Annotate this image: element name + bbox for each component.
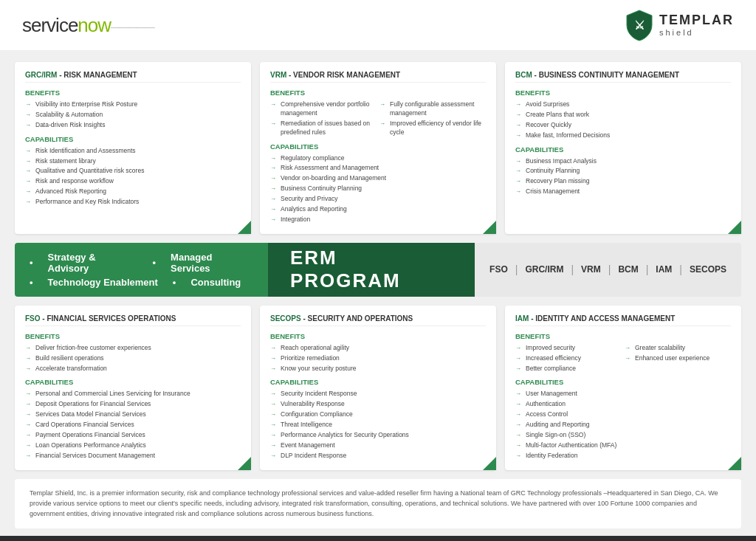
list-item: Avoid Surprises (515, 100, 731, 110)
vrm-benefits-label: BENEFITS (270, 89, 486, 97)
shield-icon: ⚔ (625, 9, 653, 41)
secops-title-rest: - SECURITY AND OPERATIONS (303, 314, 413, 323)
bullet-icon: • (173, 277, 176, 288)
grc-title-rest: - RISK MANAGEMENT (59, 71, 137, 79)
bullet-icon: • (30, 277, 33, 288)
list-item: Recover Quickly (515, 120, 731, 131)
banner-item-consulting: Consulting (190, 277, 241, 288)
fso-title-rest: - FINANCIAL SERVICES OPERATIONS (42, 314, 176, 323)
secops-title: SECOPS - SECURITY AND OPERATIONS (270, 314, 486, 326)
secops-benefits-label: BENEFITS (270, 332, 486, 340)
list-item: Services Data Model Financial Services (25, 410, 241, 420)
list-item: Accelerate transformation (25, 364, 241, 374)
list-item: Qualitative and Quantitative risk scores (25, 166, 241, 176)
divider: | (608, 263, 611, 275)
description-text: Templar Shield, Inc. is a premier inform… (15, 479, 741, 528)
secops-benefits-list: Reach operational agility Prioritize rem… (270, 343, 486, 374)
list-item: Know your security posture (270, 364, 486, 374)
vrm-highlight: VRM (270, 71, 286, 79)
grc-benefits-list: Visibility into Enterprise Risk Posture … (25, 100, 241, 131)
banner-right: FSO | GRC/IRM | VRM | BCM | IAM | SECOPS (475, 243, 741, 297)
list-item: Create Plans that work (515, 110, 731, 120)
list-item: Auditing and Reporting (515, 420, 731, 430)
list-item: Scalability & Automation (25, 110, 241, 120)
list-item: Payment Operations Financial Services (25, 430, 241, 441)
iam-title: IAM - IDENTITY AND ACCESS MANAGEMENT (515, 314, 731, 326)
templar-brand: TEMPLAR shield (659, 13, 734, 38)
iam-highlight: IAM (515, 314, 529, 323)
list-item: Authentication (515, 399, 731, 410)
list-item: Better compliance (515, 364, 622, 374)
list-item: Event Management (270, 441, 486, 451)
list-item: Make fast, Informed Decisions (515, 131, 731, 141)
banner-row-1: • Strategy & Advisory • Managed Services (30, 252, 253, 274)
list-item: Business Impact Analysis (515, 156, 731, 167)
banner-right-iam: IAM (656, 264, 672, 275)
iam-card: IAM - IDENTITY AND ACCESS MANAGEMENT BEN… (505, 306, 741, 470)
vrm-title-rest: - VENDOR RISK MANAGEMENT (289, 71, 400, 79)
list-item: Threat Intelligence (270, 420, 486, 430)
list-item: Fully configurable assessment management (379, 100, 486, 119)
iam-title-rest: - IDENTITY AND ACCESS MANAGEMENT (531, 314, 675, 323)
top-cards: GRC/IRM - RISK MANAGEMENT BENEFITS Visib… (15, 62, 741, 234)
list-item: Regulatory compliance (270, 154, 486, 164)
bcm-title-rest: - BUSINESS CONTINUITY MANAGEMENT (535, 71, 680, 79)
list-item: User Management (515, 389, 731, 399)
banner-item-managed: Managed Services (171, 252, 253, 274)
list-item: Configuration Compliance (270, 410, 486, 420)
bcm-capabilities-label: CAPABILITIES (515, 145, 731, 154)
list-item: Deliver friction-free customer experienc… (25, 343, 241, 354)
middle-banner: • Strategy & Advisory • Managed Services… (15, 243, 741, 297)
divider: | (646, 263, 649, 275)
banner-right-fso: FSO (489, 264, 508, 275)
banner-item-tech: Technology Enablement (48, 277, 158, 288)
list-item: Financial Services Document Management (25, 451, 241, 461)
banner-right-secops: SECOPS (690, 264, 726, 275)
secops-highlight: SECOPS (270, 314, 301, 323)
list-item: Integration (270, 215, 486, 225)
list-item: Security and Privacy (270, 194, 486, 204)
secops-capabilities-list: Security Incident Response Vulnerability… (270, 389, 486, 461)
servicenow-logo: servicenow───── (22, 14, 154, 37)
fso-card: FSO - FINANCIAL SERVICES OPERATIONS BENE… (15, 306, 251, 470)
card-corner-decoration (483, 221, 496, 234)
templar-sub: shield (659, 28, 734, 38)
list-item: Reach operational agility (270, 343, 486, 354)
list-item: Card Operations Financial Services (25, 420, 241, 430)
header: servicenow───── ⚔ TEMPLAR shield (0, 0, 756, 51)
banner-right-grc: GRC/IRM (525, 264, 563, 275)
grc-highlight: GRC/IRM (25, 71, 57, 79)
list-item: Risk Assessment and Management (270, 163, 486, 173)
vrm-card: VRM - VENDOR RISK MANAGEMENT BENEFITS Co… (260, 62, 496, 234)
divider: | (571, 263, 574, 275)
vrm-capabilities-label: CAPABILITIES (270, 142, 486, 151)
grc-benefits-label: BENEFITS (25, 89, 241, 97)
secops-card: SECOPS - SECURITY AND OPERATIONS BENEFIT… (260, 306, 496, 470)
vrm-benefits-grid: Comprehensive vendor portfolio managemen… (270, 100, 486, 138)
list-item: DLP Incident Response (270, 451, 486, 461)
list-item: Prioritize remediation (270, 354, 486, 364)
banner-middle: ERM PROGRAM (268, 243, 475, 297)
bcm-benefits-label: BENEFITS (515, 89, 731, 97)
list-item: Multi-factor Authentication (MFA) (515, 441, 731, 451)
list-item: Crisis Management (515, 187, 731, 197)
vrm-benefits-col2: Fully configurable assessment management… (379, 100, 486, 138)
fso-highlight: FSO (25, 314, 41, 323)
list-item: Build resilient operations (25, 354, 241, 364)
list-item: Performance and Key Risk Indicators (25, 197, 241, 207)
list-item: Advanced Risk Reporting (25, 187, 241, 197)
banner-right-vrm: VRM (581, 264, 601, 275)
list-item: Loan Operations Performance Analytics (25, 441, 241, 451)
grc-title: GRC/IRM - RISK MANAGEMENT (25, 71, 241, 83)
bcm-highlight: BCM (515, 71, 532, 79)
card-corner-decoration (238, 221, 251, 234)
bullet-icon: • (153, 257, 157, 268)
list-item: Risk and response workflow (25, 176, 241, 187)
description-content: Templar Shield, Inc. is a premier inform… (30, 489, 718, 518)
iam-capabilities-list: User Management Authentication Access Co… (515, 389, 731, 461)
fso-benefits-label: BENEFITS (25, 332, 241, 340)
card-corner-decoration (728, 221, 741, 234)
list-item: Vendor on-boarding and Management (270, 173, 486, 184)
list-item: Performance Analytics for Security Opera… (270, 430, 486, 441)
list-item: Risk statement library (25, 156, 241, 167)
